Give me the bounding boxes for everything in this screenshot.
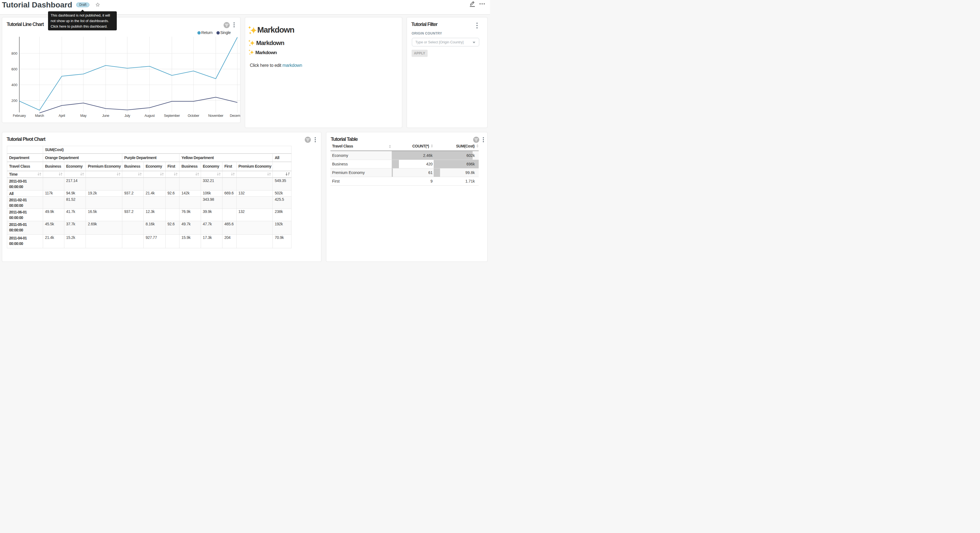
- svg-text:March: March: [35, 114, 44, 118]
- svg-text:August: August: [145, 114, 155, 118]
- svg-text:400: 400: [11, 83, 18, 87]
- svg-text:200: 200: [11, 99, 18, 103]
- svg-text:May: May: [80, 114, 87, 118]
- svg-text:600: 600: [11, 67, 18, 71]
- svg-text:February: February: [13, 114, 26, 118]
- svg-text:December: December: [230, 114, 240, 118]
- svg-text:April: April: [59, 114, 65, 118]
- svg-text:June: June: [102, 114, 109, 118]
- svg-text:November: November: [208, 114, 223, 118]
- svg-text:September: September: [164, 114, 180, 118]
- svg-text:July: July: [124, 114, 130, 118]
- svg-text:800: 800: [11, 51, 18, 56]
- svg-text:October: October: [188, 114, 199, 118]
